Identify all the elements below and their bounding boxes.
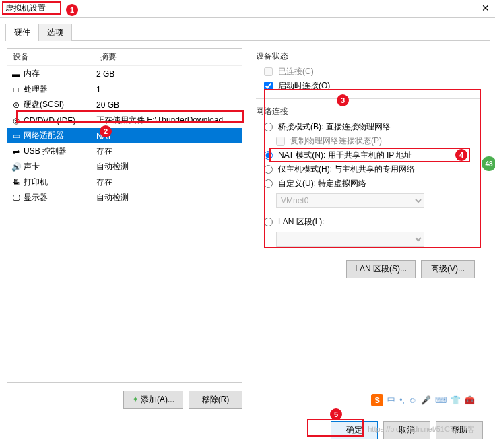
hw-row-sound[interactable]: 🔊 声卡 自动检测 bbox=[7, 159, 242, 174]
hw-summary: 20 GB bbox=[96, 100, 239, 110]
hw-row-display[interactable]: 🖵 显示器 自动检测 bbox=[7, 190, 242, 205]
bridged-label: 桥接模式(B): 直接连接物理网络 bbox=[278, 121, 391, 133]
tab-options[interactable]: 选项 bbox=[38, 24, 72, 41]
custom-input[interactable] bbox=[264, 179, 273, 188]
connect-on-power-input[interactable] bbox=[264, 82, 273, 90]
bridged-radio[interactable]: 桥接模式(B): 直接连接物理网络 bbox=[264, 121, 480, 133]
ime-dot[interactable]: •, bbox=[399, 395, 405, 405]
nat-input[interactable] bbox=[264, 151, 273, 160]
replicate-input bbox=[276, 137, 285, 146]
hw-name: USB 控制器 bbox=[24, 146, 96, 157]
hw-name: 硬盘(SCSI) bbox=[24, 99, 96, 110]
memory-icon: ▬ bbox=[10, 69, 22, 79]
status-group-label: 设备状态 bbox=[256, 51, 480, 62]
ime-skin-icon[interactable]: 👕 bbox=[451, 395, 461, 405]
add-icon: ✦ bbox=[132, 395, 139, 404]
connected-checkbox: 已连接(C) bbox=[264, 66, 480, 77]
lan-radio[interactable]: LAN 区段(L): bbox=[264, 216, 480, 228]
hw-summary: 自动检测 bbox=[96, 161, 239, 172]
lan-segment-select bbox=[276, 232, 424, 247]
hw-summary: 存在 bbox=[96, 146, 239, 157]
hw-name: CD/DVD (IDE) bbox=[24, 116, 96, 125]
hw-row-cpu[interactable]: □ 处理器 1 bbox=[7, 82, 242, 97]
ime-zhong[interactable]: 中 bbox=[387, 395, 395, 406]
connect-on-power-checkbox[interactable]: 启动时连接(O) bbox=[264, 80, 480, 92]
custom-radio[interactable]: 自定义(U): 特定虚拟网络 bbox=[264, 178, 480, 189]
divider bbox=[256, 98, 480, 99]
hw-row-network[interactable]: ▭ 网络适配器 NAT bbox=[7, 128, 242, 143]
hw-row-usb[interactable]: ⇌ USB 控制器 存在 bbox=[7, 143, 242, 159]
connected-label: 已连接(C) bbox=[278, 66, 314, 77]
ime-smile-icon[interactable]: ☺ bbox=[409, 395, 417, 405]
watermark: https://blog.csdn.net/51CTO博客 bbox=[368, 424, 475, 435]
hw-summary: 自动检测 bbox=[96, 192, 239, 203]
sogou-icon[interactable]: S bbox=[371, 394, 383, 406]
add-label: 添加(A)... bbox=[141, 395, 174, 404]
ime-toolbox-icon[interactable]: 🧰 bbox=[465, 395, 475, 405]
usb-icon: ⇌ bbox=[10, 147, 22, 156]
replicate-checkbox: 复制物理网络连接状态(P) bbox=[276, 135, 480, 147]
disk-icon: ⊙ bbox=[10, 100, 22, 110]
nat-radio[interactable]: NAT 模式(N): 用于共享主机的 IP 地址 bbox=[264, 150, 480, 161]
sound-icon: 🔊 bbox=[10, 162, 22, 172]
custom-vmnet-select: VMnet0 bbox=[276, 193, 424, 208]
replicate-label: 复制物理网络连接状态(P) bbox=[290, 135, 382, 147]
lan-input[interactable] bbox=[264, 218, 273, 226]
display-icon: 🖵 bbox=[10, 193, 22, 203]
nat-label: NAT 模式(N): 用于共享主机的 IP 地址 bbox=[278, 150, 412, 161]
advanced-button[interactable]: 高级(V)... bbox=[421, 260, 475, 278]
lan-label: LAN 区段(L): bbox=[278, 216, 325, 228]
col-summary: 摘要 bbox=[100, 51, 117, 63]
hostonly-input[interactable] bbox=[264, 165, 273, 174]
hostonly-label: 仅主机模式(H): 与主机共享的专用网络 bbox=[278, 164, 415, 175]
window-title: 虚拟机设置 bbox=[5, 3, 46, 14]
add-button[interactable]: ✦ 添加(A)... bbox=[123, 391, 183, 409]
printer-icon: 🖶 bbox=[10, 178, 22, 187]
hw-name: 声卡 bbox=[24, 161, 96, 172]
hw-name: 处理器 bbox=[24, 84, 96, 95]
green-badge: 48 bbox=[482, 156, 495, 171]
ime-keyboard-icon[interactable]: ⌨ bbox=[435, 395, 447, 405]
hw-summary: 1 bbox=[96, 85, 239, 94]
hw-row-memory[interactable]: ▬ 内存 2 GB bbox=[7, 66, 242, 82]
bridged-input[interactable] bbox=[264, 123, 273, 131]
close-icon[interactable]: ✕ bbox=[482, 3, 490, 13]
hw-name: 显示器 bbox=[24, 192, 96, 203]
hw-name: 打印机 bbox=[24, 177, 96, 188]
hw-row-cddvd[interactable]: ◎ CD/DVD (IDE) 正在使用文件 E:\ThunderDownload… bbox=[7, 113, 242, 128]
cpu-icon: □ bbox=[10, 85, 22, 94]
col-device: 设备 bbox=[13, 51, 100, 63]
hw-summary: 存在 bbox=[96, 177, 239, 188]
net-group-label: 网络连接 bbox=[256, 106, 480, 117]
tab-hardware[interactable]: 硬件 bbox=[5, 24, 39, 41]
hw-summary: 正在使用文件 E:\ThunderDownload... bbox=[96, 115, 239, 126]
remove-button[interactable]: 移除(R) bbox=[189, 391, 242, 409]
connect-on-power-label: 启动时连接(O) bbox=[278, 80, 330, 92]
ime-mic-icon[interactable]: 🎤 bbox=[421, 395, 431, 405]
ime-bar[interactable]: S 中 •, ☺ 🎤 ⌨ 👕 🧰 bbox=[371, 394, 475, 406]
lan-segments-button[interactable]: LAN 区段(S)... bbox=[346, 260, 416, 278]
connected-input bbox=[264, 67, 273, 76]
cddvd-icon: ◎ bbox=[10, 116, 22, 125]
hw-summary: NAT bbox=[96, 131, 239, 141]
network-icon: ▭ bbox=[10, 131, 22, 141]
hardware-list-header: 设备 摘要 bbox=[7, 49, 242, 66]
hw-summary: 2 GB bbox=[96, 69, 239, 79]
hw-name: 内存 bbox=[24, 68, 96, 79]
hw-row-printer[interactable]: 🖶 打印机 存在 bbox=[7, 174, 242, 190]
hw-row-disk[interactable]: ⊙ 硬盘(SCSI) 20 GB bbox=[7, 97, 242, 113]
hardware-list: 设备 摘要 ▬ 内存 2 GB □ 处理器 1 ⊙ 硬盘(SCSI) 20 GB… bbox=[7, 48, 242, 383]
custom-label: 自定义(U): 特定虚拟网络 bbox=[278, 178, 366, 189]
hostonly-radio[interactable]: 仅主机模式(H): 与主机共享的专用网络 bbox=[264, 164, 480, 175]
hw-name: 网络适配器 bbox=[24, 130, 96, 141]
